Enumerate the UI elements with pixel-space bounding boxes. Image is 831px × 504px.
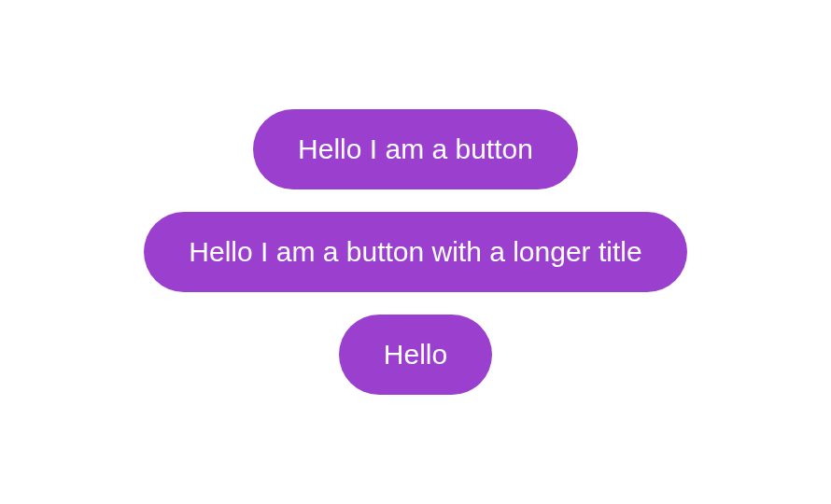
button-3[interactable]: Hello xyxy=(339,315,492,395)
button-2[interactable]: Hello I am a button with a longer title xyxy=(144,212,686,292)
button-1[interactable]: Hello I am a button xyxy=(253,109,578,189)
